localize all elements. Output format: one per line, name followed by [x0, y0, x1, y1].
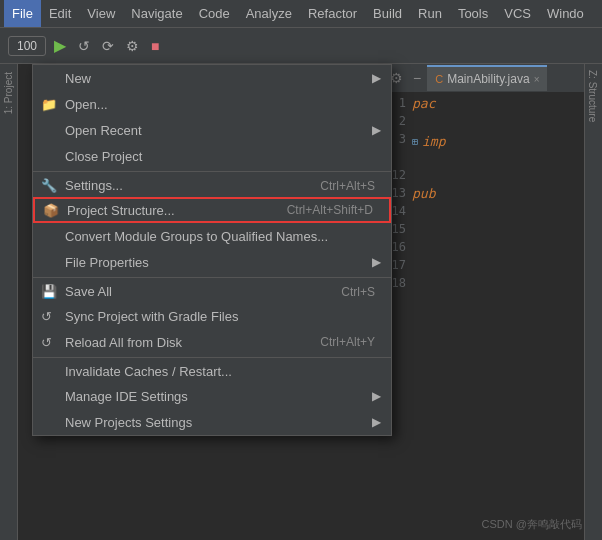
- menu-edit-label: Edit: [49, 6, 71, 21]
- settings-shortcut: Ctrl+Alt+S: [320, 179, 375, 193]
- menu-run-label: Run: [418, 6, 442, 21]
- menu-item-file-properties[interactable]: ▶ File Properties: [33, 249, 391, 275]
- menu-item-sync-gradle[interactable]: ↺ Sync Project with Gradle Files: [33, 303, 391, 329]
- manage-ide-arrow-icon: ▶: [372, 389, 381, 403]
- reload-disk-shortcut: Ctrl+Alt+Y: [320, 335, 375, 349]
- code-content: pac ⊞ imp pub: [412, 92, 602, 294]
- menu-settings-label: Settings...: [65, 178, 123, 193]
- code-line-16: [412, 240, 602, 258]
- project-side-tab[interactable]: 1: Project: [1, 68, 16, 118]
- file-props-arrow-icon: ▶: [372, 255, 381, 269]
- toolbar: 100 ▶ ↺ ⟳ ⚙ ■: [0, 28, 602, 64]
- menu-item-new-projects[interactable]: ▶ New Projects Settings: [33, 409, 391, 435]
- tab-bar: ⚙ − C MainAbility.java ×: [382, 64, 602, 92]
- menu-item-settings[interactable]: 🔧 Settings... Ctrl+Alt+S: [33, 171, 391, 197]
- java-file-icon: C: [435, 73, 443, 85]
- code-line-2: [412, 114, 602, 132]
- menu-build[interactable]: Build: [365, 0, 410, 27]
- menu-vcs[interactable]: VCS: [496, 0, 539, 27]
- menu-sync-gradle-label: Sync Project with Gradle Files: [65, 309, 238, 324]
- menu-navigate[interactable]: Navigate: [123, 0, 190, 27]
- structure-side-tab[interactable]: Z: Structure: [585, 64, 600, 128]
- menu-open-recent-label: Open Recent: [65, 123, 142, 138]
- menu-item-project-structure[interactable]: 📦 Project Structure... Ctrl+Alt+Shift+D: [33, 197, 391, 223]
- menu-run[interactable]: Run: [410, 0, 450, 27]
- code-line-18: [412, 276, 602, 294]
- toolbar-config[interactable]: 100: [8, 36, 46, 56]
- menu-refactor-label: Refactor: [308, 6, 357, 21]
- menu-tools-label: Tools: [458, 6, 488, 21]
- menu-navigate-label: Navigate: [131, 6, 182, 21]
- menu-new-projects-label: New Projects Settings: [65, 415, 192, 430]
- menu-item-open-recent[interactable]: ▶ Open Recent: [33, 117, 391, 143]
- editor-minus-icon[interactable]: −: [409, 70, 425, 86]
- folder-icon: 📁: [41, 97, 57, 112]
- menu-reload-disk-label: Reload All from Disk: [65, 335, 182, 350]
- menu-view[interactable]: View: [79, 0, 123, 27]
- code-line-12: [412, 168, 602, 186]
- menu-item-manage-ide[interactable]: ▶ Manage IDE Settings: [33, 383, 391, 409]
- right-panel: Z: Structure: [584, 64, 602, 540]
- menu-open-label: Open...: [65, 97, 108, 112]
- wrench-icon: 🔧: [41, 178, 57, 193]
- menu-tools[interactable]: Tools: [450, 0, 496, 27]
- open-recent-arrow-icon: ▶: [372, 123, 381, 137]
- menu-project-structure-label: Project Structure...: [67, 203, 175, 218]
- expand-icon: ⊞: [412, 136, 418, 147]
- reload-disk-icon: ↺: [41, 335, 52, 350]
- stop-icon[interactable]: ■: [147, 36, 163, 56]
- menu-build-label: Build: [373, 6, 402, 21]
- main-area: 1: Project ▶ New 📁 Open... ▶ Open Recent…: [0, 64, 602, 540]
- editor-area: ⚙ − C MainAbility.java × 1 2 3 12 13 14 …: [382, 64, 602, 540]
- main-ability-tab[interactable]: C MainAbility.java ×: [427, 65, 547, 91]
- menu-item-close-project[interactable]: Close Project: [33, 143, 391, 169]
- menu-code-label: Code: [199, 6, 230, 21]
- menu-edit[interactable]: Edit: [41, 0, 79, 27]
- menu-close-project-label: Close Project: [65, 149, 142, 164]
- new-projects-arrow-icon: ▶: [372, 415, 381, 429]
- menu-refactor[interactable]: Refactor: [300, 0, 365, 27]
- project-structure-shortcut: Ctrl+Alt+Shift+D: [287, 203, 373, 217]
- menu-manage-ide-label: Manage IDE Settings: [65, 389, 188, 404]
- code-imp: imp: [422, 134, 445, 149]
- menu-file[interactable]: File: [4, 0, 41, 27]
- tab-close-icon[interactable]: ×: [534, 74, 540, 85]
- file-dropdown-menu: ▶ New 📁 Open... ▶ Open Recent Close Proj…: [32, 64, 392, 436]
- menu-file-properties-label: File Properties: [65, 255, 149, 270]
- watermark: CSDN @奔鸣敲代码: [482, 517, 582, 532]
- menu-item-invalidate[interactable]: Invalidate Caches / Restart...: [33, 357, 391, 383]
- sync-gradle-icon: ↺: [41, 309, 52, 324]
- menu-window-label: Windo: [547, 6, 584, 21]
- menu-file-label: File: [12, 6, 33, 21]
- menu-bar: File Edit View Navigate Code Analyze Ref…: [0, 0, 602, 28]
- code-line-14: [412, 204, 602, 222]
- menu-window[interactable]: Windo: [539, 0, 592, 27]
- code-line-1: pac: [412, 96, 602, 114]
- tab-filename: MainAbility.java: [447, 72, 529, 86]
- menu-item-open[interactable]: 📁 Open...: [33, 91, 391, 117]
- left-panel: 1: Project: [0, 64, 18, 540]
- structure-icon: 📦: [43, 203, 59, 218]
- menu-item-new[interactable]: ▶ New: [33, 65, 391, 91]
- code-line-17: [412, 258, 602, 276]
- menu-item-reload-disk[interactable]: ↺ Reload All from Disk Ctrl+Alt+Y: [33, 329, 391, 355]
- menu-convert-module-label: Convert Module Groups to Qualified Names…: [65, 229, 328, 244]
- menu-item-convert-module[interactable]: Convert Module Groups to Qualified Names…: [33, 223, 391, 249]
- menu-analyze[interactable]: Analyze: [238, 0, 300, 27]
- menu-save-all-label: Save All: [65, 284, 112, 299]
- menu-view-label: View: [87, 6, 115, 21]
- reload-icon[interactable]: ↺: [74, 36, 94, 56]
- menu-new-label: New: [65, 71, 91, 86]
- gear-icon[interactable]: ⚙: [122, 36, 143, 56]
- save-all-shortcut: Ctrl+S: [341, 285, 375, 299]
- menu-vcs-label: VCS: [504, 6, 531, 21]
- menu-code[interactable]: Code: [191, 0, 238, 27]
- menu-analyze-label: Analyze: [246, 6, 292, 21]
- run-icon[interactable]: ▶: [50, 34, 70, 57]
- code-line-13: pub: [412, 186, 602, 204]
- new-arrow-icon: ▶: [372, 71, 381, 85]
- sync-icon[interactable]: ⟳: [98, 36, 118, 56]
- menu-item-save-all[interactable]: 💾 Save All Ctrl+S: [33, 277, 391, 303]
- code-line-15: [412, 222, 602, 240]
- code-line-3: ⊞ imp: [412, 132, 602, 150]
